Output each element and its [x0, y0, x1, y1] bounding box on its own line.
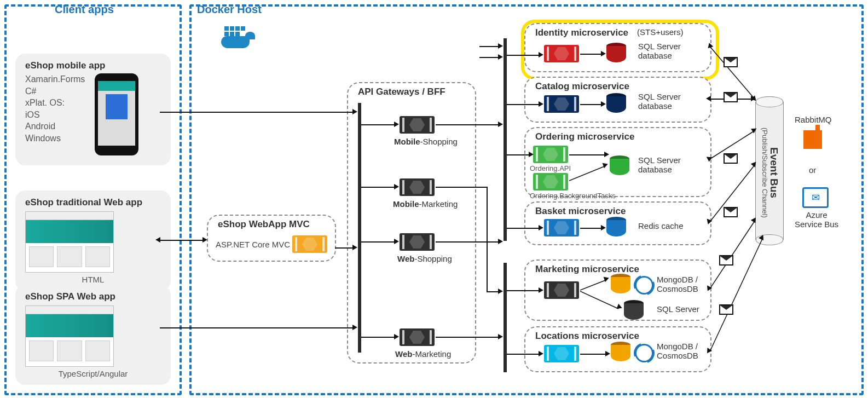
catalog-ms-title: Catalog microservice — [535, 81, 629, 92]
ordering-api-label: Ordering.API — [530, 164, 571, 172]
marketing-container-icon — [544, 281, 579, 299]
event-bus: (Publish/Subscribe Channel) Event Bus — [755, 96, 784, 245]
marketing-sql-icon — [624, 300, 644, 322]
identity-ms-subtitle: (STS+users) — [637, 27, 684, 37]
gw-web-marketing-label: Web-Marketing — [395, 349, 451, 359]
basket-db-icon — [606, 217, 626, 239]
envelope-icon — [724, 207, 738, 217]
ordering-bg-label: Ordering.BackgroundTasks — [530, 192, 616, 200]
spa-web-caption: TypeScript/Angular — [25, 369, 161, 378]
marketing-db2-label: SQL Server — [657, 304, 699, 314]
webapp-mvc-title: eShop WebApp MVC — [218, 219, 310, 230]
gw-web-marketing-icon — [400, 328, 435, 346]
identity-ms-title: Identity microservice — [535, 27, 628, 38]
webapp-mvc-box: eShop WebApp MVC ASP.NET Core MVC — [207, 215, 336, 262]
traditional-web-thumb — [25, 211, 114, 273]
api-gateways-title: API Gateways / BFF — [358, 86, 445, 97]
ordering-db-icon — [610, 155, 629, 177]
svg-line-0 — [569, 166, 604, 181]
gw-mobile-marketing-label: Mobile-Marketing — [393, 199, 458, 209]
architecture-diagram: Client apps Docker Host eShop mobile app… — [0, 0, 868, 398]
catalog-db-label: SQL Server database — [638, 92, 681, 111]
svg-line-7 — [710, 238, 763, 350]
ordering-api-icon — [533, 146, 568, 163]
locations-mongo-icon — [611, 342, 630, 364]
marketing-ms-title: Marketing microservice — [535, 264, 639, 275]
rabbitmq-icon — [803, 130, 822, 149]
catalog-db-icon — [606, 93, 626, 115]
webapp-mvc-text: ASP.NET Core MVC — [216, 240, 290, 249]
spa-web-title: eShop SPA Web app — [25, 291, 161, 302]
traditional-web-title: eShop traditional Web app — [25, 197, 161, 208]
azure-service-bus-icon: ✉ — [802, 187, 829, 208]
gw-mobile-shopping-label: Mobile-Shopping — [394, 137, 458, 146]
envelope-icon — [719, 304, 733, 315]
spa-web-thumb — [25, 305, 114, 367]
event-bus-title: Event Bus — [769, 111, 780, 234]
locations-ms-title: Locations microservice — [535, 331, 639, 342]
basket-container-icon — [544, 219, 579, 237]
locations-container-icon — [544, 345, 579, 362]
traditional-web-panel: eShop traditional Web app HTML — [15, 191, 171, 291]
mobile-app-title: eShop mobile app — [25, 60, 161, 71]
or-label: or — [809, 165, 816, 175]
bus-link-locations — [710, 235, 765, 354]
marketing-db1-label: MongoDB / CosmosDB — [657, 275, 698, 293]
azure-service-bus-label: Azure Service Bus — [795, 210, 838, 229]
identity-db-icon — [606, 43, 626, 65]
mobile-app-text: Xamarin.Forms C# xPlat. OS: iOS Android … — [25, 73, 85, 145]
envelope-icon — [724, 92, 738, 102]
identity-db-label: SQL Server database — [638, 42, 681, 60]
docker-icon — [218, 26, 257, 53]
ms-entry-rule-bot — [504, 263, 507, 372]
basket-db-label: Redis cache — [638, 221, 684, 230]
locations-db-label: MongoDB / CosmosDB — [657, 342, 698, 360]
traditional-web-caption: HTML — [25, 275, 161, 284]
identity-container-icon — [544, 45, 579, 62]
ordering-bg-icon — [533, 173, 568, 191]
phone-mockup — [95, 73, 138, 155]
gw-mobile-shopping-icon — [400, 116, 435, 134]
ordering-ms-title: Ordering microservice — [535, 131, 634, 142]
envelope-icon — [724, 57, 738, 67]
svg-line-1 — [580, 280, 605, 290]
gw-web-shopping-icon — [400, 233, 435, 251]
mvc-container-icon — [292, 235, 327, 253]
mobile-app-panel: eShop mobile app Xamarin.Forms C# xPlat.… — [15, 54, 171, 165]
gw-web-shopping-label: Web-Shopping — [397, 254, 452, 263]
client-apps-title: Client apps — [55, 3, 114, 16]
gw-mobile-marketing-icon — [400, 178, 435, 196]
ordering-db-label: SQL Server database — [638, 155, 681, 174]
ms-entry-rule-top — [504, 38, 507, 241]
rabbitmq-label: RabbitMQ — [795, 115, 832, 124]
basket-ms-title: Basket microservice — [535, 206, 626, 217]
catalog-container-icon — [544, 95, 579, 113]
docker-host-title: Docker Host — [197, 3, 262, 16]
svg-line-2 — [580, 291, 618, 309]
gw-left-rule — [358, 103, 361, 353]
spa-web-panel: eShop SPA Web app TypeScript/Angular — [15, 285, 171, 385]
